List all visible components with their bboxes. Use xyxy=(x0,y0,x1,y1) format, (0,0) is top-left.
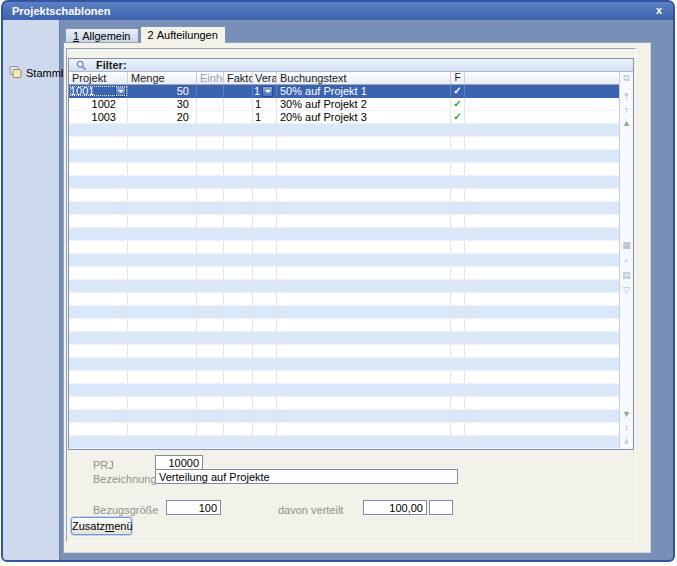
table-row[interactable] xyxy=(69,163,619,176)
table-row[interactable]: 100230130% auf Projekt 2✓ xyxy=(69,98,619,111)
table-row[interactable] xyxy=(69,202,619,215)
tab-page-aufteilungen: Filter: Projekt Menge Einheit Faktor Ver… xyxy=(63,42,651,553)
column-chooser-icon[interactable]: ⧉ xyxy=(620,72,633,84)
davon-verteilt-field[interactable] xyxy=(363,500,427,515)
table-row[interactable] xyxy=(69,254,619,267)
filter-label: Filter: xyxy=(96,59,127,71)
table-row[interactable] xyxy=(69,436,619,449)
dropdown-arrow-icon[interactable] xyxy=(262,86,273,97)
table-row[interactable] xyxy=(69,384,619,397)
table-row[interactable] xyxy=(69,293,619,306)
scroll-to-bottom-icon[interactable]: ⤓ xyxy=(620,434,633,446)
davon-verteilt-extra-field[interactable] xyxy=(429,500,453,515)
table-row[interactable] xyxy=(69,189,619,202)
tab-strip: 1 Allgemein 2 Aufteilungen xyxy=(65,27,227,43)
dropdown-arrow-icon[interactable] xyxy=(115,86,126,97)
main-area: 1 Allgemein 2 Aufteilungen Fil xyxy=(60,20,673,560)
table-row[interactable] xyxy=(69,397,619,410)
table-row[interactable] xyxy=(69,306,619,319)
table-row[interactable] xyxy=(69,228,619,241)
projektschablonen-window: Projektschablonen x Stammblatt 1 Allgeme… xyxy=(1,0,675,562)
table-row[interactable] xyxy=(69,319,619,332)
bezeichnung-label: Bezeichnung xyxy=(93,473,157,485)
close-icon[interactable]: x xyxy=(656,2,662,19)
list-icon[interactable]: ▤ xyxy=(620,269,633,281)
table-row[interactable] xyxy=(69,137,619,150)
data-grid: Filter: Projekt Menge Einheit Faktor Ver… xyxy=(68,58,634,450)
table-row[interactable]: 100150150% auf Projekt 1✓ xyxy=(69,85,619,98)
table-row[interactable] xyxy=(69,241,619,254)
table-row[interactable] xyxy=(69,280,619,293)
window-title: Projektschablonen xyxy=(12,5,110,17)
bezeichnung-field[interactable] xyxy=(155,469,458,484)
table-row[interactable] xyxy=(69,332,619,345)
scroll-to-top-icon[interactable]: ⤒ xyxy=(620,91,633,103)
grid-header-row: Projekt Menge Einheit Faktor Vera Buchun… xyxy=(69,72,619,85)
table-row[interactable] xyxy=(69,150,619,163)
scroll-up-icon[interactable]: ↑ xyxy=(620,104,633,116)
col-header-menge[interactable]: Menge xyxy=(128,72,197,84)
grid-columns-area: Projekt Menge Einheit Faktor Vera Buchun… xyxy=(69,72,619,450)
col-header-f[interactable]: F xyxy=(451,72,465,84)
stammblatt-icon xyxy=(9,66,22,80)
zusatzmenu-button[interactable]: Zusatzmenü xyxy=(71,517,132,535)
table-row[interactable] xyxy=(69,358,619,371)
col-header-projekt[interactable]: Projekt xyxy=(69,72,128,84)
magnifier-icon xyxy=(76,60,87,71)
scroll-down-icon[interactable]: ↓ xyxy=(620,421,633,433)
table-row[interactable] xyxy=(69,423,619,436)
filter-funnel-icon[interactable]: ▽ xyxy=(620,284,633,296)
col-header-faktor[interactable]: Faktor xyxy=(224,72,253,84)
page-up-icon[interactable]: ▲ xyxy=(620,117,633,129)
col-header-vera[interactable]: Vera xyxy=(253,72,277,84)
page-down-icon[interactable]: ▼ xyxy=(620,408,633,420)
grid-view-icon[interactable]: ▦ xyxy=(620,239,633,251)
search-icon[interactable]: ⌕ xyxy=(620,254,633,266)
prj-label: PRJ xyxy=(93,459,114,471)
table-row[interactable] xyxy=(69,124,619,137)
prj-field[interactable] xyxy=(155,455,203,470)
table-row[interactable] xyxy=(69,215,619,228)
sidebar: Stammblatt xyxy=(3,20,60,560)
window-titlebar[interactable]: Projektschablonen x xyxy=(3,2,673,20)
table-row[interactable] xyxy=(69,410,619,423)
tab-allgemein[interactable]: 1 Allgemein xyxy=(65,28,139,43)
content-box: Filter: Projekt Menge Einheit Faktor Ver… xyxy=(66,48,636,542)
page: Projektschablonen x Stammblatt 1 Allgeme… xyxy=(0,0,677,566)
table-row[interactable] xyxy=(69,345,619,358)
table-row[interactable] xyxy=(69,176,619,189)
grid-rows: 100150150% auf Projekt 1✓100230130% auf … xyxy=(69,85,619,449)
bezugsgroesse-label: Bezugsgröße xyxy=(93,504,158,516)
col-header-einheit[interactable]: Einheit xyxy=(197,72,224,84)
tab-aufteilungen[interactable]: 2 Aufteilungen xyxy=(140,26,226,43)
davon-verteilt-label: davon verteilt xyxy=(278,504,343,516)
table-row[interactable] xyxy=(69,371,619,384)
bezugsgroesse-field[interactable] xyxy=(166,500,221,515)
filter-bar[interactable]: Filter: xyxy=(69,59,633,72)
col-header-buchungstext[interactable]: Buchungstext xyxy=(277,72,451,84)
table-row[interactable]: 100320120% auf Projekt 3✓ xyxy=(69,111,619,124)
grid-nav-strip: ⧉ ⤒ ↑ ▲ ▦ ⌕ ▤ ▽ ▼ ↓ ⤓ xyxy=(619,72,633,450)
table-row[interactable] xyxy=(69,267,619,280)
col-header-filler xyxy=(465,72,619,84)
